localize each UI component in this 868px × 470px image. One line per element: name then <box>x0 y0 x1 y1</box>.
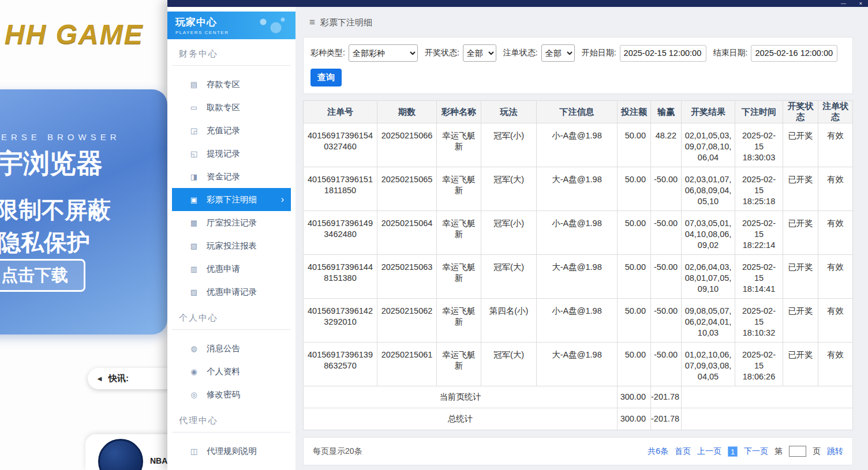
close-button[interactable]: × <box>859 0 862 7</box>
sidebar-item[interactable]: ▨优惠申请记录 <box>172 280 291 303</box>
jump-button[interactable]: 跳转 <box>827 446 843 457</box>
speaker-icon: ◄ <box>96 374 103 383</box>
table-cell: 2025-02-15 18:06:26 <box>735 343 783 386</box>
table-cell: 50.00 <box>618 123 651 167</box>
query-button[interactable]: 查询 <box>310 69 342 87</box>
sidebar-item[interactable]: ▩代理团队统计 <box>172 463 291 470</box>
player-center-modal: — × 玩家中心 PLAYERS CENTER 财务中心▤存款专区▭取款专区◲充… <box>167 0 868 470</box>
sidebar-item-label: 优惠申请 <box>207 264 240 275</box>
table-cell: 第四名(小) <box>481 299 537 343</box>
table-cell: -50.00 <box>651 211 682 255</box>
sidebar-item[interactable]: ◍消息公告 <box>172 337 291 360</box>
sidebar-item[interactable]: ▧玩家投注报表 <box>172 234 291 257</box>
order-status-select[interactable]: 全部 <box>541 44 575 62</box>
summary-cell <box>682 408 853 430</box>
table-cell: 20250215062 <box>377 299 437 343</box>
sidebar-section-title: 财务中心 <box>172 39 291 66</box>
table-cell: -50.00 <box>651 299 682 343</box>
table-cell: 冠军(大) <box>481 255 537 299</box>
sidebar-item[interactable]: ▭取款专区 <box>172 96 291 119</box>
download-button[interactable]: 点击下载 <box>0 259 85 292</box>
deposit-icon: ▤ <box>189 80 199 89</box>
sidebar-item[interactable]: ▥优惠申请 <box>172 257 291 280</box>
table-cell: 2025-02-15 18:22:14 <box>735 211 783 255</box>
table-cell: 幸运飞艇新 <box>437 299 481 343</box>
table-cell: 已开奖 <box>783 255 818 299</box>
end-date-input[interactable] <box>751 45 837 62</box>
sidebar-item[interactable]: ◨资金记录 <box>172 165 291 188</box>
next-page-link[interactable]: 下一页 <box>744 446 768 457</box>
draw-status-select[interactable]: 全部 <box>463 44 496 62</box>
table-cell: 幸运飞艇新 <box>437 167 481 211</box>
sidebar-item[interactable]: ◫代理规则说明 <box>172 439 291 463</box>
table-row: 40156917396144815138020250215063幸运飞艇新冠军(… <box>304 255 853 299</box>
total-count-label: 共6条 <box>648 446 668 457</box>
table-cell: 07,03,05,01,04,10,08,06,09,02 <box>682 211 735 255</box>
table-cell: 20250215065 <box>377 167 437 211</box>
prev-page-link[interactable]: 上一页 <box>697 446 721 457</box>
filter-panel: 彩种类型: 全部彩种 开奖状态: 全部 注单状态: <box>303 37 853 94</box>
sidebar-item-label: 彩票下注明细 <box>207 194 257 205</box>
table-cell: 已开奖 <box>783 343 818 386</box>
player-bet-report-icon: ▧ <box>189 242 199 250</box>
sidebar-item[interactable]: ▤存款专区 <box>172 73 291 96</box>
table-cell: 有效 <box>818 211 853 255</box>
summary-cell: 总统计 <box>304 408 618 430</box>
message-icon: ◍ <box>189 344 199 353</box>
table-cell: 401569173961423292010 <box>304 299 377 343</box>
column-header: 注单状态 <box>818 101 853 123</box>
first-page-link[interactable]: 首页 <box>675 446 691 457</box>
current-page-badge[interactable]: 1 <box>728 446 738 457</box>
per-page-label: 每页显示20条 <box>313 446 362 457</box>
screen: HH GAME ERSE BROWSER 宇浏览器 限制不屏蔽 隐私保护 点击下… <box>0 0 868 470</box>
sidebar-item[interactable]: ◉个人资料 <box>172 360 291 383</box>
lottery-type-select[interactable]: 全部彩种 <box>349 44 418 62</box>
sidebar-section-title: 代理中心 <box>172 406 291 433</box>
sidebar-item[interactable]: ◎修改密码 <box>172 383 291 406</box>
sidebar-item-label: 消息公告 <box>207 343 240 354</box>
sidebar-item-label: 提现记录 <box>207 148 240 159</box>
bet-table-wrap: 注单号期数彩种名称玩法下注信息投注额输赢开奖结果下注时间开奖状态注单状态4015… <box>303 100 853 430</box>
menu-icon[interactable]: ≡ <box>309 17 315 28</box>
table-cell: 401569173961540327460 <box>304 123 377 167</box>
table-cell: 2025-02-15 18:25:18 <box>735 167 783 211</box>
column-header: 下注信息 <box>537 101 618 123</box>
table-cell: 已开奖 <box>783 123 818 167</box>
lottery-bet-detail-icon: ▣ <box>189 195 199 204</box>
sidebar-item[interactable]: ◱提现记录 <box>172 142 291 165</box>
team-logo-icon <box>98 439 143 470</box>
minimize-button[interactable]: — <box>841 0 846 7</box>
sidebar-item[interactable]: ▣彩票下注明细› <box>172 188 291 211</box>
table-cell: 401569173961448151380 <box>304 255 377 299</box>
sidebar-item-label: 资金记录 <box>207 171 240 182</box>
table-header-row: 注单号期数彩种名称玩法下注信息投注额输赢开奖结果下注时间开奖状态注单状态 <box>304 101 853 123</box>
banner-line: 隐私保护 <box>0 227 90 258</box>
start-date-input[interactable] <box>620 45 706 62</box>
sidebar-item[interactable]: ◲充值记录 <box>172 119 291 142</box>
table-cell: 401569173961493462480 <box>304 211 377 255</box>
table-cell: -50.00 <box>651 343 682 386</box>
table-row: 40156917396142329201020250215062幸运飞艇新第四名… <box>304 299 853 343</box>
table-cell: 50.00 <box>618 211 651 255</box>
jump-prefix-label: 第 <box>775 446 783 457</box>
hall-bet-record-icon: ▦ <box>189 219 199 227</box>
order-status-label: 注单状态: <box>503 48 538 58</box>
table-cell: -50.00 <box>651 167 682 211</box>
promo-apply-icon: ▥ <box>189 265 199 273</box>
table-cell: 已开奖 <box>783 211 818 255</box>
recharge-record-icon: ◲ <box>189 126 199 135</box>
jump-suffix-label: 页 <box>813 446 821 457</box>
table-cell: 48.22 <box>651 123 682 167</box>
table-cell: 2025-02-15 18:14:41 <box>735 255 783 299</box>
sidebar-item[interactable]: ▦厅室投注记录 <box>172 211 291 234</box>
column-header: 下注时间 <box>735 101 783 123</box>
table-cell: 冠军(大) <box>481 343 537 386</box>
table-row: 40156917396151181185020250215065幸运飞艇新冠军(… <box>304 167 853 211</box>
page-jump-input[interactable] <box>789 446 806 457</box>
agent-rules-icon: ◫ <box>189 447 199 456</box>
sidebar-item-label: 代理规则说明 <box>207 446 257 457</box>
sidebar-item-label: 取款专区 <box>207 102 240 113</box>
sidebar-item-label: 存款专区 <box>207 79 240 90</box>
table-cell: 2025-02-15 18:30:03 <box>735 123 783 167</box>
summary-cell: 300.00 <box>618 386 651 408</box>
